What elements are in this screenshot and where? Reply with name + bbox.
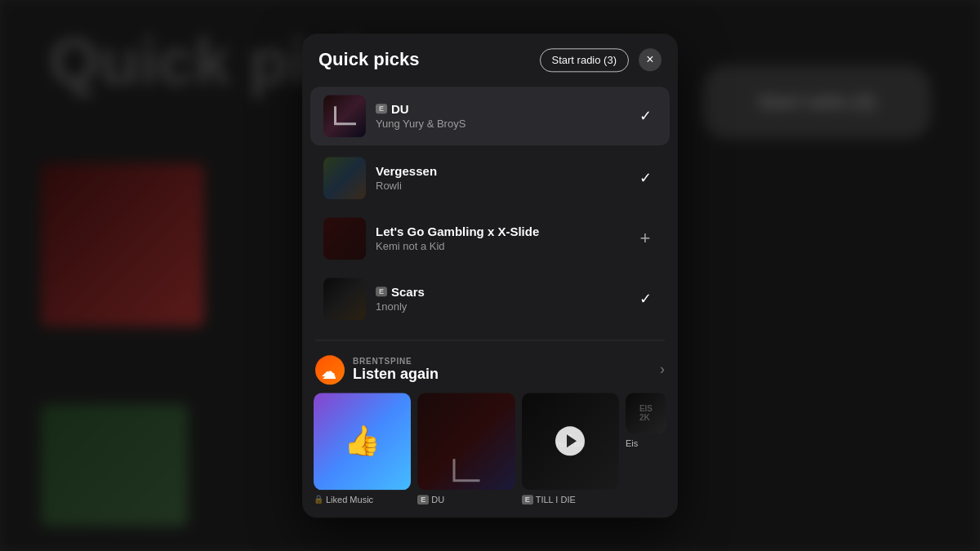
song-title-vergessen: Vergessen (376, 164, 437, 178)
thumb-img-tillidie: RTILL I DIE (522, 393, 619, 490)
quick-picks-panel: Quick picks Start radio (3) × E DU Yung … (302, 33, 678, 518)
panel-header: Quick picks Start radio (3) × (302, 33, 678, 83)
explicit-badge-tillidie: E (522, 495, 533, 504)
thumb-card-liked[interactable]: 👍 🔒 Liked Music (314, 393, 411, 504)
song-title-scars: Scars (391, 285, 425, 299)
play-triangle-tillidie (567, 434, 577, 447)
thumb-label-liked: 🔒 Liked Music (314, 495, 411, 504)
check-icon-vergessen: ✓ (639, 169, 652, 187)
song-action-du[interactable]: ✓ (634, 104, 657, 127)
song-artist-vergessen: Rowli (376, 180, 624, 192)
song-info-vergessen: Vergessen Rowli (376, 164, 624, 192)
liked-music-text: Liked Music (326, 495, 373, 504)
song-title-gambling: Let's Go Gambling x X-Slide (376, 224, 539, 238)
song-thumb-gambling (323, 217, 366, 260)
lock-icon-liked: 🔒 (314, 495, 323, 504)
thumb-card-du[interactable]: E DU (417, 393, 514, 504)
check-icon-scars: ✓ (639, 290, 652, 308)
thumb-img-du-card (417, 393, 514, 490)
bg-album-bottom-left (41, 404, 188, 527)
soundcloud-logo-inner: ☁ (322, 365, 338, 375)
song-thumb-du (323, 95, 366, 137)
song-item-vergessen[interactable]: Vergessen Rowli ✓ (310, 149, 670, 207)
explicit-badge-du-card: E (417, 495, 429, 504)
song-artist-du: Yung Yury & BroyS (376, 118, 624, 130)
play-overlay-tillidie (522, 393, 619, 490)
song-action-gambling[interactable]: + (634, 227, 657, 250)
song-info-gambling: Let's Go Gambling x X-Slide Kemi not a K… (376, 224, 624, 252)
thumb-gambling-bg (323, 217, 366, 260)
chevron-right-icon[interactable]: › (660, 361, 665, 378)
check-icon-du: ✓ (639, 107, 652, 125)
section-divider (315, 340, 665, 340)
du-card-text: DU (431, 495, 444, 504)
song-title-du: DU (391, 102, 409, 116)
song-info-du: E DU Yung Yury & BroyS (376, 102, 624, 130)
song-thumb-scars (323, 278, 366, 320)
thumb-card-eis[interactable]: EIS2K Eis (626, 393, 666, 504)
song-item-du[interactable]: E DU Yung Yury & BroyS ✓ (310, 87, 670, 145)
eis-text: Eis (626, 438, 638, 448)
thumb-liked-bg: 👍 (314, 393, 411, 490)
song-artist-scars: 1nonly (376, 300, 624, 313)
thumb-du-card-bg (417, 393, 514, 490)
thumbs-up-icon: 👍 (344, 424, 381, 458)
listen-again-header[interactable]: ☁ BRENTSPINE Listen again › (302, 349, 678, 393)
song-action-scars[interactable]: ✓ (634, 287, 657, 310)
thumb-scars-bg (323, 278, 366, 320)
explicit-badge-scars: E (376, 287, 387, 296)
song-title-row-du: E DU (376, 102, 624, 116)
play-circle-tillidie (555, 426, 585, 455)
song-action-vergessen[interactable]: ✓ (634, 167, 657, 189)
song-item-gambling[interactable]: Let's Go Gambling x X-Slide Kemi not a K… (310, 209, 670, 268)
song-thumb-vergessen (323, 157, 366, 199)
song-item-scars[interactable]: E Scars 1nonly ✓ (310, 269, 670, 328)
bg-radio-text: Start radio (3) (758, 91, 875, 113)
bg-start-radio-hint: Start radio (3) (702, 65, 931, 139)
eis-bg-text: EIS2K (639, 404, 653, 422)
soundcloud-logo: ☁ (315, 355, 345, 384)
listen-again-thumbs: 👍 🔒 Liked Music E DU RTILL I DIE (302, 393, 678, 518)
thumb-eis-bg: EIS2K (626, 393, 666, 433)
thumb-img-eis: EIS2K (626, 393, 666, 433)
thumb-card-tillidie[interactable]: RTILL I DIE E TILL I DIE (522, 393, 619, 504)
song-artist-gambling: Kemi not a Kid (376, 240, 624, 252)
song-info-scars: E Scars 1nonly (376, 285, 624, 313)
plus-icon-gambling: + (640, 228, 651, 249)
listen-again-title: Listen again (353, 366, 652, 383)
cloud-icon: ☁ (322, 366, 336, 382)
thumb-img-liked: 👍 (314, 393, 411, 490)
thumb-label-du: E DU (417, 495, 514, 504)
explicit-badge-du: E (376, 104, 387, 113)
song-title-row-vergessen: Vergessen (376, 164, 624, 178)
thumb-vergessen-bg (323, 157, 366, 199)
song-title-row-scars: E Scars (376, 285, 624, 299)
listen-again-text: BRENTSPINE Listen again (353, 357, 652, 383)
close-button[interactable]: × (639, 48, 662, 71)
header-actions: Start radio (3) × (540, 48, 662, 72)
tillidie-text: TILL I DIE (536, 495, 576, 504)
thumb-du-bg (323, 95, 366, 137)
song-list: E DU Yung Yury & BroyS ✓ Vergessen Rowli (302, 87, 678, 336)
song-title-row-gambling: Let's Go Gambling x X-Slide (376, 224, 624, 238)
listen-again-label: BRENTSPINE (353, 357, 652, 366)
thumb-label-tillidie: E TILL I DIE (522, 495, 619, 504)
thumb-label-eis: Eis (626, 438, 666, 448)
start-radio-button[interactable]: Start radio (3) (540, 48, 629, 72)
bg-album-left (41, 163, 204, 327)
panel-title: Quick picks (318, 49, 420, 70)
